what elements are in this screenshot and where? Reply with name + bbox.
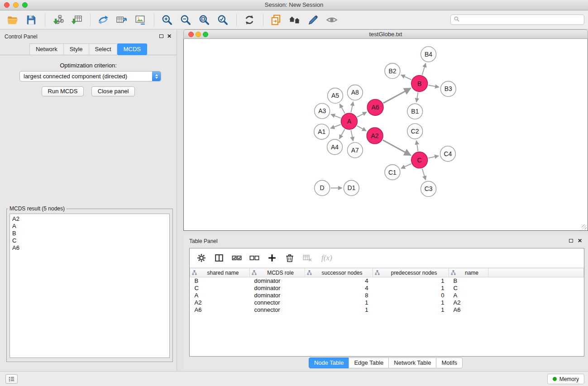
edge-C-C2[interactable] (416, 141, 418, 151)
cell-successor-nodes[interactable]: 8 (305, 292, 373, 299)
edge-A-A6[interactable] (357, 112, 367, 117)
tab-motifs[interactable]: Motifs (436, 357, 463, 368)
cell-successor-nodes[interactable]: 4 (305, 285, 373, 292)
maximize-window-button[interactable] (22, 2, 28, 8)
edge-B-B1[interactable] (416, 92, 418, 102)
cell-shared-name[interactable]: A2 (190, 299, 250, 306)
first-neighbors-icon[interactable] (270, 14, 282, 26)
result-item-a6[interactable]: A6 (12, 244, 167, 252)
node-A[interactable]: A (341, 113, 357, 129)
deselect-all-icon[interactable] (249, 253, 260, 263)
edge-A2-C[interactable] (383, 140, 411, 156)
node-A2[interactable]: A2 (367, 128, 383, 144)
refresh-icon[interactable] (243, 14, 256, 26)
cell-successor-nodes[interactable]: 1 (305, 299, 373, 306)
cell-predecessor-nodes[interactable]: 0 (373, 292, 449, 299)
tab-network[interactable]: Network (30, 44, 63, 55)
tab-network-table[interactable]: Network Table (388, 357, 436, 368)
result-item-c[interactable]: C (12, 237, 167, 244)
node-B3[interactable]: B3 (440, 81, 456, 97)
node-B[interactable]: B (411, 76, 428, 92)
mcds-result-list[interactable]: A2ABCA6 (10, 214, 170, 358)
tab-mcds[interactable]: MCDS (117, 43, 147, 55)
cell-shared-name[interactable]: C (190, 285, 250, 292)
node-C1[interactable]: C1 (385, 165, 400, 180)
node-A3[interactable]: A3 (315, 103, 330, 119)
table-row-A[interactable]: Adominator80A (190, 292, 584, 299)
gear-icon[interactable] (196, 253, 207, 263)
zoom-selected-icon[interactable] (216, 14, 229, 26)
network-graph[interactable]: B4B2BB3A5A8A6A3B1AA1C2A2A4A7C4CC1DD1C3 (184, 39, 587, 230)
import-table-icon[interactable] (70, 14, 83, 26)
select-all-icon[interactable] (231, 253, 242, 263)
close-panel-button[interactable]: Close panel (91, 86, 135, 96)
table-row-A6[interactable]: A6connector11A6 (190, 306, 584, 314)
cell-predecessor-nodes[interactable]: 1 (373, 285, 449, 292)
cell-shared-name[interactable]: B (190, 277, 250, 285)
edge-B-B3[interactable] (428, 85, 439, 87)
memory-button[interactable]: Memory (547, 374, 584, 384)
result-item-a[interactable]: A (12, 223, 167, 230)
cell-MCDS-role[interactable]: connector (250, 306, 305, 314)
edge-A-A7[interactable] (351, 130, 353, 141)
cell-MCDS-role[interactable]: dominator (250, 285, 305, 292)
network-canvas[interactable]: B4B2BB3A5A8A6A3B1AA1C2A2A4A7C4CC1DD1C3 (183, 39, 588, 231)
task-list-button[interactable] (5, 374, 18, 384)
open-folder-icon[interactable] (6, 14, 19, 26)
node-A4[interactable]: A4 (327, 139, 343, 155)
search-box[interactable] (450, 14, 584, 25)
edge-A-A5[interactable] (339, 104, 344, 114)
cell-successor-nodes[interactable]: 4 (305, 277, 373, 285)
edge-C-C3[interactable] (422, 169, 426, 180)
node-D1[interactable]: D1 (344, 181, 359, 196)
run-mcds-button[interactable]: Run MCDS (42, 86, 84, 96)
edge-A-A4[interactable] (339, 129, 345, 138)
zoom-out-icon[interactable] (179, 14, 192, 26)
cell-shared-name[interactable]: A6 (190, 306, 250, 314)
close-panel-icon[interactable]: ✕ (167, 33, 172, 39)
columns-icon[interactable] (214, 253, 225, 263)
delete-icon[interactable] (284, 253, 295, 263)
node-A7[interactable]: A7 (347, 143, 363, 158)
network-minimize-button[interactable] (196, 32, 201, 37)
export-image-icon[interactable] (134, 14, 147, 26)
result-item-b[interactable]: B (12, 230, 167, 237)
edge-B-B4[interactable] (422, 63, 426, 75)
cell-MCDS-role[interactable]: dominator (250, 277, 305, 285)
tab-node-table[interactable]: Node Table (309, 357, 349, 368)
criterion-select[interactable]: largest connected component (directed) (19, 71, 161, 81)
column-header-shared-name[interactable]: shared name (190, 268, 250, 277)
tab-select[interactable]: Select (89, 44, 117, 55)
cell-successor-nodes[interactable]: 1 (305, 306, 373, 314)
tab-edge-table[interactable]: Edge Table (349, 357, 389, 368)
table-row-B[interactable]: Bdominator41B (190, 277, 584, 285)
network-close-button[interactable] (188, 32, 194, 37)
cell-name[interactable]: C (449, 285, 488, 292)
cell-predecessor-nodes[interactable]: 1 (373, 277, 449, 285)
export-table-icon[interactable] (115, 14, 128, 26)
node-B2[interactable]: B2 (385, 63, 400, 79)
node-A8[interactable]: A8 (347, 85, 363, 100)
node-A1[interactable]: A1 (314, 124, 330, 139)
minimize-window-button[interactable] (13, 2, 19, 8)
delete-table-icon[interactable] (302, 253, 313, 263)
cell-MCDS-role[interactable]: connector (250, 299, 305, 306)
cell-name[interactable]: B (449, 277, 488, 285)
edge-C-C4[interactable] (428, 156, 439, 158)
cell-name[interactable]: A2 (449, 299, 488, 306)
table-row-C[interactable]: Cdominator41C (190, 285, 584, 292)
node-C[interactable]: C (411, 152, 428, 168)
node-C4[interactable]: C4 (440, 146, 455, 162)
import-network-icon[interactable] (52, 14, 64, 26)
cell-shared-name[interactable]: A (190, 292, 250, 299)
node-B1[interactable]: B1 (407, 104, 423, 119)
node-A5[interactable]: A5 (328, 88, 343, 103)
cell-name[interactable]: A (449, 292, 488, 299)
tab-style[interactable]: Style (63, 44, 89, 55)
edge-A-A1[interactable] (330, 124, 341, 128)
node-A6[interactable]: A6 (367, 99, 383, 115)
resize-grip[interactable] (582, 224, 587, 230)
cell-MCDS-role[interactable]: dominator (250, 292, 305, 299)
column-header-predecessor-nodes[interactable]: predecessor nodes (373, 268, 449, 277)
function-builder-button[interactable]: f(x) (321, 253, 332, 262)
